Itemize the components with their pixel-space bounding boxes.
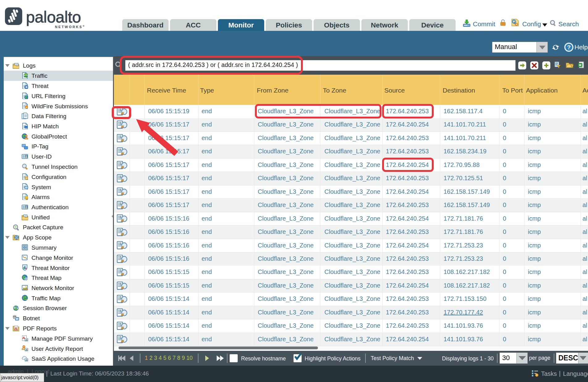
- svg-text:?: ?: [567, 44, 571, 51]
